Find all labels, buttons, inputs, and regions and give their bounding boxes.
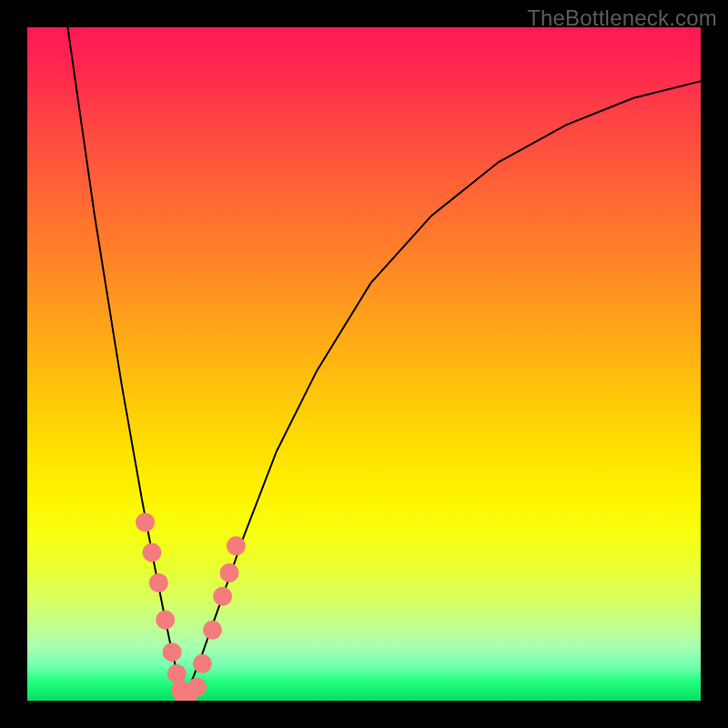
marker-dot — [149, 573, 168, 592]
marker-dots — [136, 512, 246, 701]
marker-dot — [193, 654, 212, 673]
curve-overlay — [27, 27, 701, 701]
marker-dot — [142, 543, 161, 562]
chart-canvas: TheBottleneck.com — [0, 0, 728, 728]
marker-dot — [167, 664, 187, 683]
marker-dot — [136, 512, 155, 531]
marker-dot — [163, 642, 182, 662]
marker-dot — [156, 611, 175, 630]
marker-dot — [203, 621, 222, 640]
plot-area — [27, 27, 701, 701]
curve-left-branch — [67, 27, 184, 701]
curve-right-branch — [184, 81, 701, 701]
marker-dot — [220, 563, 239, 582]
marker-dot — [213, 587, 232, 606]
marker-dot — [227, 536, 246, 555]
watermark-text: TheBottleneck.com — [527, 5, 717, 31]
marker-dot — [187, 678, 207, 697]
